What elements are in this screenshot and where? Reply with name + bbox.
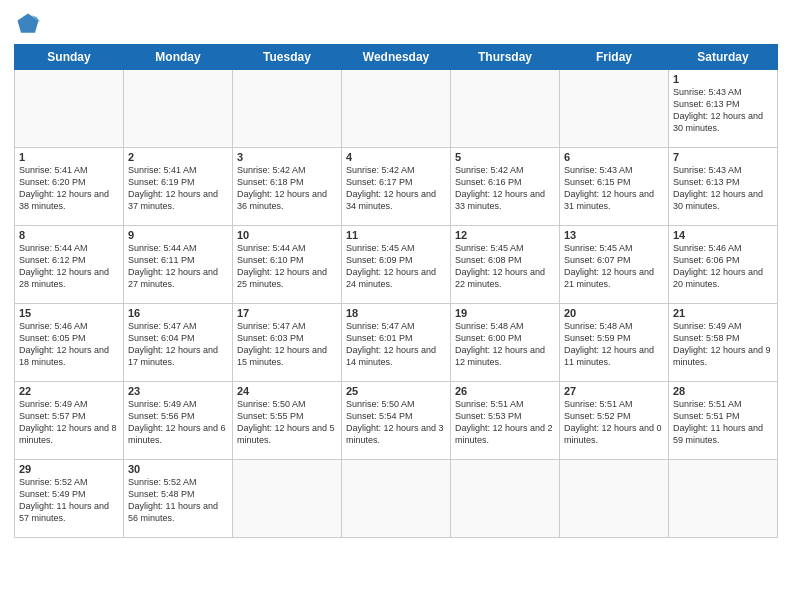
day-info: Sunrise: 5:45 AMSunset: 6:09 PMDaylight:…	[346, 242, 446, 291]
day-number: 24	[237, 385, 337, 397]
day-number: 1	[19, 151, 119, 163]
calendar-cell: 4Sunrise: 5:42 AMSunset: 6:17 PMDaylight…	[342, 148, 451, 226]
day-number: 11	[346, 229, 446, 241]
calendar-cell: 11Sunrise: 5:45 AMSunset: 6:09 PMDayligh…	[342, 226, 451, 304]
calendar-cell: 1Sunrise: 5:41 AMSunset: 6:20 PMDaylight…	[15, 148, 124, 226]
header	[14, 10, 778, 38]
day-info: Sunrise: 5:44 AMSunset: 6:12 PMDaylight:…	[19, 242, 119, 291]
calendar-cell: 23Sunrise: 5:49 AMSunset: 5:56 PMDayligh…	[124, 382, 233, 460]
calendar-cell: 25Sunrise: 5:50 AMSunset: 5:54 PMDayligh…	[342, 382, 451, 460]
day-number: 30	[128, 463, 228, 475]
calendar-cell	[669, 460, 778, 538]
day-info: Sunrise: 5:47 AMSunset: 6:04 PMDaylight:…	[128, 320, 228, 369]
day-info: Sunrise: 5:50 AMSunset: 5:55 PMDaylight:…	[237, 398, 337, 447]
page: SundayMondayTuesdayWednesdayThursdayFrid…	[0, 0, 792, 612]
day-number: 8	[19, 229, 119, 241]
calendar-cell: 2Sunrise: 5:41 AMSunset: 6:19 PMDaylight…	[124, 148, 233, 226]
day-info: Sunrise: 5:42 AMSunset: 6:17 PMDaylight:…	[346, 164, 446, 213]
day-number: 6	[564, 151, 664, 163]
day-number: 16	[128, 307, 228, 319]
calendar-cell	[560, 70, 669, 148]
day-number: 20	[564, 307, 664, 319]
calendar-cell: 18Sunrise: 5:47 AMSunset: 6:01 PMDayligh…	[342, 304, 451, 382]
day-number: 14	[673, 229, 773, 241]
calendar-week-1: 1Sunrise: 5:41 AMSunset: 6:20 PMDaylight…	[15, 148, 778, 226]
calendar-cell: 16Sunrise: 5:47 AMSunset: 6:04 PMDayligh…	[124, 304, 233, 382]
day-info: Sunrise: 5:49 AMSunset: 5:56 PMDaylight:…	[128, 398, 228, 447]
col-header-saturday: Saturday	[669, 45, 778, 70]
calendar-cell: 24Sunrise: 5:50 AMSunset: 5:55 PMDayligh…	[233, 382, 342, 460]
col-header-sunday: Sunday	[15, 45, 124, 70]
day-number: 13	[564, 229, 664, 241]
calendar-week-3: 15Sunrise: 5:46 AMSunset: 6:05 PMDayligh…	[15, 304, 778, 382]
calendar-cell	[451, 460, 560, 538]
calendar-cell: 28Sunrise: 5:51 AMSunset: 5:51 PMDayligh…	[669, 382, 778, 460]
day-info: Sunrise: 5:51 AMSunset: 5:53 PMDaylight:…	[455, 398, 555, 447]
day-info: Sunrise: 5:42 AMSunset: 6:16 PMDaylight:…	[455, 164, 555, 213]
calendar-cell	[342, 70, 451, 148]
calendar-cell: 3Sunrise: 5:42 AMSunset: 6:18 PMDaylight…	[233, 148, 342, 226]
calendar-cell	[560, 460, 669, 538]
day-info: Sunrise: 5:49 AMSunset: 5:57 PMDaylight:…	[19, 398, 119, 447]
day-info: Sunrise: 5:50 AMSunset: 5:54 PMDaylight:…	[346, 398, 446, 447]
calendar-cell: 20Sunrise: 5:48 AMSunset: 5:59 PMDayligh…	[560, 304, 669, 382]
calendar-week-4: 22Sunrise: 5:49 AMSunset: 5:57 PMDayligh…	[15, 382, 778, 460]
calendar-cell: 12Sunrise: 5:45 AMSunset: 6:08 PMDayligh…	[451, 226, 560, 304]
col-header-thursday: Thursday	[451, 45, 560, 70]
day-info: Sunrise: 5:52 AMSunset: 5:49 PMDaylight:…	[19, 476, 119, 525]
calendar-cell: 1Sunrise: 5:43 AMSunset: 6:13 PMDaylight…	[669, 70, 778, 148]
calendar-cell: 5Sunrise: 5:42 AMSunset: 6:16 PMDaylight…	[451, 148, 560, 226]
day-info: Sunrise: 5:45 AMSunset: 6:08 PMDaylight:…	[455, 242, 555, 291]
day-info: Sunrise: 5:41 AMSunset: 6:20 PMDaylight:…	[19, 164, 119, 213]
day-info: Sunrise: 5:51 AMSunset: 5:52 PMDaylight:…	[564, 398, 664, 447]
day-number: 19	[455, 307, 555, 319]
svg-marker-0	[18, 14, 39, 33]
calendar-cell: 6Sunrise: 5:43 AMSunset: 6:15 PMDaylight…	[560, 148, 669, 226]
col-header-tuesday: Tuesday	[233, 45, 342, 70]
day-info: Sunrise: 5:52 AMSunset: 5:48 PMDaylight:…	[128, 476, 228, 525]
day-number: 7	[673, 151, 773, 163]
calendar-week-5: 29Sunrise: 5:52 AMSunset: 5:49 PMDayligh…	[15, 460, 778, 538]
calendar-cell	[15, 70, 124, 148]
day-info: Sunrise: 5:46 AMSunset: 6:06 PMDaylight:…	[673, 242, 773, 291]
calendar-cell: 26Sunrise: 5:51 AMSunset: 5:53 PMDayligh…	[451, 382, 560, 460]
calendar-cell: 19Sunrise: 5:48 AMSunset: 6:00 PMDayligh…	[451, 304, 560, 382]
calendar-cell: 14Sunrise: 5:46 AMSunset: 6:06 PMDayligh…	[669, 226, 778, 304]
day-number: 28	[673, 385, 773, 397]
col-header-wednesday: Wednesday	[342, 45, 451, 70]
day-number: 5	[455, 151, 555, 163]
day-number: 27	[564, 385, 664, 397]
day-number: 10	[237, 229, 337, 241]
day-number: 3	[237, 151, 337, 163]
day-info: Sunrise: 5:41 AMSunset: 6:19 PMDaylight:…	[128, 164, 228, 213]
col-header-friday: Friday	[560, 45, 669, 70]
day-number: 12	[455, 229, 555, 241]
day-info: Sunrise: 5:48 AMSunset: 6:00 PMDaylight:…	[455, 320, 555, 369]
logo-icon	[14, 10, 42, 38]
calendar-cell: 7Sunrise: 5:43 AMSunset: 6:13 PMDaylight…	[669, 148, 778, 226]
logo	[14, 10, 46, 38]
day-number: 9	[128, 229, 228, 241]
calendar-table: SundayMondayTuesdayWednesdayThursdayFrid…	[14, 44, 778, 538]
day-info: Sunrise: 5:43 AMSunset: 6:13 PMDaylight:…	[673, 86, 773, 135]
calendar-cell	[124, 70, 233, 148]
calendar-header-row: SundayMondayTuesdayWednesdayThursdayFrid…	[15, 45, 778, 70]
calendar-cell: 30Sunrise: 5:52 AMSunset: 5:48 PMDayligh…	[124, 460, 233, 538]
day-info: Sunrise: 5:44 AMSunset: 6:10 PMDaylight:…	[237, 242, 337, 291]
calendar-cell	[342, 460, 451, 538]
day-number: 25	[346, 385, 446, 397]
calendar-cell	[451, 70, 560, 148]
day-number: 15	[19, 307, 119, 319]
day-number: 4	[346, 151, 446, 163]
day-info: Sunrise: 5:48 AMSunset: 5:59 PMDaylight:…	[564, 320, 664, 369]
calendar-week-0: 1Sunrise: 5:43 AMSunset: 6:13 PMDaylight…	[15, 70, 778, 148]
day-info: Sunrise: 5:44 AMSunset: 6:11 PMDaylight:…	[128, 242, 228, 291]
day-number: 26	[455, 385, 555, 397]
day-info: Sunrise: 5:45 AMSunset: 6:07 PMDaylight:…	[564, 242, 664, 291]
calendar-cell: 21Sunrise: 5:49 AMSunset: 5:58 PMDayligh…	[669, 304, 778, 382]
day-number: 21	[673, 307, 773, 319]
day-number: 2	[128, 151, 228, 163]
calendar-cell: 10Sunrise: 5:44 AMSunset: 6:10 PMDayligh…	[233, 226, 342, 304]
calendar-cell: 22Sunrise: 5:49 AMSunset: 5:57 PMDayligh…	[15, 382, 124, 460]
calendar-cell	[233, 460, 342, 538]
